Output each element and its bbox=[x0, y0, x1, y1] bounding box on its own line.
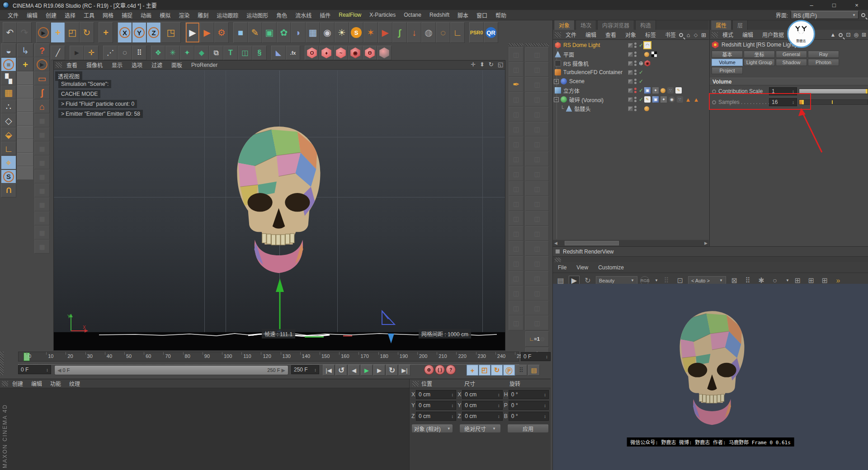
y-axis-handle[interactable] bbox=[271, 277, 289, 336]
hierarchy-icon[interactable]: ↳ bbox=[17, 43, 33, 57]
preview-range-slider[interactable]: ◀ 0 F 250 F ▶ bbox=[54, 365, 288, 375]
size-mode-dropdown[interactable]: 绝对尺寸▼ bbox=[459, 424, 501, 433]
live-selection-tool[interactable]: ► bbox=[36, 22, 51, 43]
symmetry-green[interactable]: ✳ bbox=[165, 46, 180, 60]
object-tags[interactable] bbox=[644, 106, 649, 111]
x-axis-lock[interactable]: X bbox=[118, 22, 132, 43]
axis-center[interactable]: ✛ bbox=[84, 46, 99, 60]
object-tags[interactable]: ✎▣✦◉∵▲▲ bbox=[644, 96, 699, 103]
menu-item-用户数据[interactable]: 用户数据 bbox=[758, 31, 788, 38]
rotation-input-P[interactable]: 0 °↕ bbox=[509, 401, 549, 410]
visibility-dots[interactable] bbox=[634, 61, 637, 66]
attr-tab-Ray[interactable]: Ray bbox=[808, 51, 839, 58]
object-tags[interactable]: ▣✦∵✎ bbox=[644, 87, 682, 94]
modeling-icon[interactable]: ◫ bbox=[525, 166, 549, 181]
key-parameter-toggle[interactable]: Ⓟ bbox=[503, 365, 515, 376]
character-object[interactable]: ∫ bbox=[392, 22, 407, 43]
add-cube-object[interactable]: ■ bbox=[233, 22, 248, 43]
prev-frame-button[interactable]: ◀ bbox=[348, 365, 360, 376]
modeling-icon[interactable]: ◫ bbox=[525, 181, 549, 196]
lasso-selection[interactable]: ʃ bbox=[34, 85, 50, 99]
menu-item-动画[interactable]: 动画 bbox=[137, 11, 156, 19]
target-icon[interactable]: ◎ bbox=[854, 32, 858, 38]
realflow-fluid[interactable]: ~ bbox=[334, 46, 348, 60]
frame-field-right[interactable]: 0 F↕ bbox=[521, 352, 551, 361]
modeling-icon[interactable]: ◫ bbox=[525, 286, 549, 301]
spinner-icon[interactable]: ↕ bbox=[544, 403, 546, 408]
visibility-columns[interactable] bbox=[628, 106, 644, 111]
quick-render-qr[interactable]: QR bbox=[484, 22, 498, 43]
realflow-daemon[interactable]: ♦ bbox=[319, 46, 334, 60]
polygons-mode[interactable]: ⬙ bbox=[1, 127, 16, 141]
size-input-Z[interactable]: 0 cm↕ bbox=[462, 412, 502, 421]
modeling-icon[interactable]: ◫ bbox=[509, 92, 524, 107]
menu-item-显示[interactable]: 显示 bbox=[107, 61, 127, 69]
visibility-columns[interactable]: ⊕ bbox=[628, 60, 644, 66]
displacer-green[interactable]: ✦ bbox=[180, 46, 194, 60]
menu-item-创建[interactable]: 创建 bbox=[42, 11, 61, 19]
object-row-RS 摄像机[interactable]: RS 摄像机⊕◉ bbox=[553, 59, 709, 68]
menu-item-模式[interactable]: 模式 bbox=[718, 31, 738, 38]
menu-item-X-Particles[interactable]: X-Particles bbox=[365, 12, 400, 18]
add-spline-pen[interactable]: ✎ bbox=[248, 22, 262, 43]
modeling-icon[interactable]: ◫ bbox=[509, 181, 524, 196]
modeling-icon[interactable]: ◫ bbox=[525, 77, 549, 92]
mat-dot-tag-icon[interactable] bbox=[644, 106, 649, 111]
keyframe-dots-grid[interactable]: ⠿ bbox=[515, 365, 527, 376]
spinner-icon[interactable]: ↕ bbox=[792, 100, 794, 105]
menu-item-渲染[interactable]: 渲染 bbox=[175, 11, 193, 19]
modeling-icon[interactable]: ◫ bbox=[509, 315, 524, 330]
objman-search-icon[interactable] bbox=[679, 33, 683, 37]
play-reverse-button[interactable]: ↺ bbox=[335, 365, 347, 376]
object-tags[interactable]: ◉ bbox=[644, 60, 651, 66]
menu-item-雕刻[interactable]: 雕刻 bbox=[193, 11, 212, 19]
menu-item-编辑[interactable]: 编辑 bbox=[27, 380, 46, 387]
add-floor[interactable]: ▦ bbox=[306, 22, 320, 43]
modeling-icon[interactable]: ◫ bbox=[525, 301, 549, 315]
close-button[interactable]: × bbox=[845, 0, 868, 10]
autokey-button[interactable]: ( ) bbox=[435, 365, 445, 375]
viewport-solo[interactable]: ⌖ bbox=[1, 155, 16, 169]
param-slider[interactable] bbox=[799, 99, 868, 105]
menu-item-创建[interactable]: 创建 bbox=[8, 380, 27, 387]
object-row-TurbulenceFD Container[interactable]: TurbulenceFD Container✓ bbox=[553, 68, 709, 77]
visibility-dots[interactable] bbox=[634, 106, 637, 111]
menu-item-模拟[interactable]: 模拟 bbox=[156, 11, 175, 19]
psr-transfer[interactable]: PSR0 bbox=[469, 22, 484, 43]
next-frame-button[interactable]: ▶ bbox=[373, 365, 385, 376]
modeling-icon[interactable]: ◫ bbox=[509, 271, 524, 286]
checker-tag-icon[interactable] bbox=[651, 51, 657, 57]
position-input-Y[interactable]: 0 cm↕ bbox=[416, 401, 456, 410]
undo-icon[interactable]: ↶ bbox=[3, 22, 17, 43]
menu-item-运动图形[interactable]: 运动图形 bbox=[242, 11, 272, 19]
home-icon[interactable]: ⌂ bbox=[687, 32, 690, 38]
attr-tab-Project[interactable]: Project bbox=[712, 67, 743, 74]
object-tags[interactable] bbox=[644, 51, 657, 57]
modeling-icon[interactable]: ◫ bbox=[525, 211, 549, 226]
vp-rotate-icon[interactable]: ↻ bbox=[489, 61, 494, 68]
voronoi-emerald[interactable]: ◆ bbox=[194, 46, 209, 60]
vp-zoom-icon[interactable]: ⬍ bbox=[480, 61, 485, 68]
live-selection-palette[interactable]: ► bbox=[34, 57, 50, 71]
menu-item-文件[interactable]: 文件 bbox=[561, 31, 581, 38]
visibility-columns[interactable] bbox=[628, 52, 644, 57]
add-camera[interactable]: ◉ bbox=[320, 22, 335, 43]
current-frame-field[interactable]: 0 F↕ bbox=[18, 365, 51, 374]
workplane-mode[interactable]: ▦ bbox=[1, 85, 16, 99]
interface-dropdown[interactable]: RS (用户) ▼ bbox=[791, 11, 859, 19]
object-row-破碎 (Voronoi)[interactable]: −破碎 (Voronoi)✓✎▣✦◉∵▲▲ bbox=[553, 95, 709, 104]
object-row-骷髅头[interactable]: └骷髅头 bbox=[553, 104, 709, 113]
modeling-icon[interactable]: ◫ bbox=[509, 286, 524, 301]
path-dots[interactable]: ⋰ bbox=[103, 46, 118, 60]
spinner-icon[interactable]: ↕ bbox=[544, 414, 546, 419]
coord-mode-dropdown[interactable]: 对象 (相对)▼ bbox=[411, 424, 453, 433]
enable-axis[interactable]: ∟ bbox=[1, 141, 16, 155]
tab-对象[interactable]: 对象 bbox=[554, 20, 575, 30]
move-palette[interactable]: + bbox=[17, 57, 33, 71]
sketch-and-toon[interactable]: S bbox=[349, 22, 363, 43]
menu-item-功能[interactable]: 功能 bbox=[46, 380, 65, 387]
add-deformer[interactable]: ◗ bbox=[291, 22, 306, 43]
modeling-icon[interactable]: ◫ bbox=[525, 107, 549, 122]
y-axis-lock[interactable]: Y bbox=[132, 22, 146, 43]
menu-item-编辑[interactable]: 编辑 bbox=[23, 11, 42, 19]
